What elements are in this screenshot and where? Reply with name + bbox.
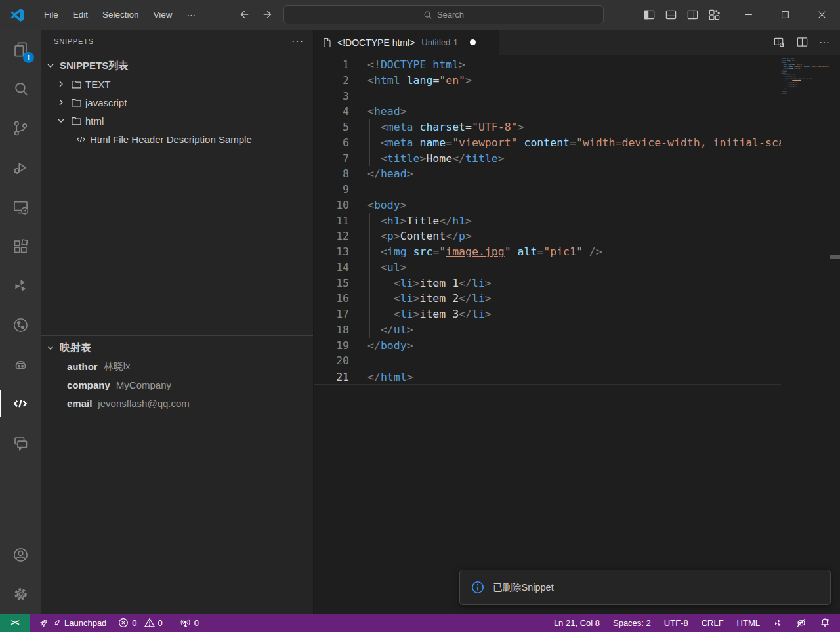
menu-view[interactable]: View <box>146 6 180 24</box>
tree-section-snippets-list[interactable]: SNIPPETS列表 <box>41 56 313 75</box>
notification-toast[interactable]: 已删除Snippet <box>459 570 831 605</box>
menu-more[interactable]: ··· <box>180 6 203 24</box>
broadcast-indicator[interactable]: 0 <box>175 618 203 629</box>
snippets-tree: SNIPPETS列表 TEXT javascript html Html Fil… <box>41 53 313 148</box>
sidebar-more-actions[interactable]: ··· <box>291 35 304 47</box>
notifications-bell-icon[interactable] <box>815 618 835 628</box>
code-line[interactable]: 20 <box>314 353 781 369</box>
code-line[interactable]: 11 <h1>Title</h1> <box>314 213 781 229</box>
remote-icon: >< <box>10 618 18 627</box>
extensions-icon[interactable] <box>0 226 41 266</box>
launchpad-button[interactable]: Launchpad <box>33 618 111 629</box>
pinwheel-status-icon[interactable] <box>768 618 788 628</box>
code-line[interactable]: 16 <li>item 2</li> <box>314 291 781 306</box>
mapping-row-author[interactable]: author 林晓lx <box>41 357 313 375</box>
encoding-indicator[interactable]: UTF-8 <box>660 618 693 628</box>
code-line[interactable]: 15 <li>item 1</li> <box>314 276 781 291</box>
code-line[interactable]: 21</html> <box>314 369 781 385</box>
minimap-line: </html> <box>781 93 829 95</box>
line-number: 13 <box>314 244 349 260</box>
toggle-secondary-sidebar-icon[interactable] <box>685 8 700 22</box>
ai-assistant-icon[interactable] <box>0 345 41 384</box>
search-view-icon[interactable] <box>0 69 41 108</box>
code-line[interactable]: 14 <ul> <box>314 260 781 276</box>
code-line[interactable]: 17 <li>item 3</li> <box>314 306 781 322</box>
menu-selection[interactable]: Selection <box>95 6 146 24</box>
code-line[interactable]: 1<!DOCTYPE html> <box>314 57 781 73</box>
copilot-disabled-icon[interactable] <box>791 618 811 628</box>
line-number: 12 <box>314 228 349 244</box>
toggle-sidebar-icon[interactable] <box>642 8 656 22</box>
more-actions-icon[interactable]: ··· <box>819 37 830 49</box>
tree-folder-html[interactable]: html <box>41 112 313 130</box>
line-number: 17 <box>314 306 349 322</box>
snippets-view-icon[interactable] <box>0 384 41 423</box>
search-input[interactable]: Search <box>284 5 604 24</box>
indentation-indicator[interactable]: Spaces: 2 <box>608 618 656 628</box>
code-line[interactable]: 13 <img src="image.jpg" alt="pic1" /> <box>314 244 781 260</box>
minimize-icon[interactable] <box>730 0 766 30</box>
menu-edit[interactable]: Edit <box>66 6 95 24</box>
code-line[interactable]: 3 <box>314 89 781 104</box>
language-mode[interactable]: HTML <box>732 618 765 628</box>
rocket-icon <box>38 618 49 629</box>
pinwheel-extension-icon[interactable] <box>0 266 41 305</box>
open-preview-icon[interactable] <box>773 36 786 49</box>
history-navigation <box>235 5 277 24</box>
code-line[interactable]: 9 <box>314 182 781 198</box>
mapping-row-company[interactable]: company MyCompany <box>41 375 313 394</box>
status-right: Ln 21, Col 8 Spaces: 2 UTF-8 CRLF HTML <box>549 618 840 628</box>
code-line[interactable]: 12 <p>Content</p> <box>314 228 781 244</box>
remote-indicator[interactable]: >< <box>0 614 30 632</box>
split-editor-icon[interactable] <box>796 36 808 49</box>
code-line[interactable]: 8</head> <box>314 166 781 182</box>
code-line[interactable]: 10<body> <box>314 198 781 213</box>
maximize-icon[interactable] <box>766 0 803 30</box>
tree-section-mapping-table[interactable]: 映射表 <box>41 339 313 357</box>
line-number: 9 <box>314 182 349 198</box>
toggle-panel-icon[interactable] <box>663 8 678 22</box>
error-icon <box>118 618 129 628</box>
line-number: 6 <box>314 135 349 151</box>
tree-folder-text[interactable]: TEXT <box>41 75 313 93</box>
code-line[interactable]: 7 <title>Home</title> <box>314 151 781 167</box>
tree-item-snippet[interactable]: Html File Header Description Sample <box>41 130 313 148</box>
eol-indicator[interactable]: CRLF <box>697 618 728 628</box>
code-line[interactable]: 19</body> <box>314 338 781 354</box>
tab-untitled-1[interactable]: <!DOCTYPE html> Untitled-1 <box>314 30 499 55</box>
code-editor[interactable]: 1<!DOCTYPE html>2<html lang="en">34<head… <box>314 55 840 614</box>
code-lines[interactable]: 1<!DOCTYPE html>2<html lang="en">34<head… <box>314 57 781 614</box>
line-number: 10 <box>314 198 349 213</box>
line-number: 16 <box>314 291 349 306</box>
remote-explorer-icon[interactable] <box>0 187 41 226</box>
run-debug-icon[interactable] <box>0 148 41 187</box>
tree-folder-javascript[interactable]: javascript <box>41 93 313 112</box>
close-icon[interactable] <box>803 0 840 30</box>
cursor-position[interactable]: Ln 21, Col 8 <box>549 618 604 628</box>
code-line[interactable]: 5 <meta charset="UTF-8"> <box>314 119 781 135</box>
explorer-icon[interactable]: 1 <box>0 30 41 69</box>
git-graph-icon[interactable] <box>0 305 41 345</box>
customize-layout-icon[interactable] <box>707 8 721 22</box>
overview-ruler[interactable] <box>829 55 840 614</box>
dirty-dot-icon[interactable] <box>470 39 476 45</box>
chevron-down-icon <box>45 60 56 72</box>
menu-file[interactable]: File <box>37 6 66 24</box>
back-arrow-icon[interactable] <box>235 5 253 24</box>
source-control-icon[interactable] <box>0 108 41 148</box>
forward-arrow-icon[interactable] <box>259 5 277 24</box>
mapping-row-email[interactable]: email jevonsflash@qq.com <box>41 394 313 412</box>
code-line[interactable]: 18 </ul> <box>314 322 781 338</box>
problems-indicator[interactable]: 0 0 <box>114 618 167 628</box>
account-icon[interactable] <box>0 535 41 574</box>
code-line[interactable]: 2<html lang="en"> <box>314 73 781 89</box>
status-bar: >< Launchpad 0 0 0 Ln 21, Col 8 Spaces: … <box>0 614 840 632</box>
code-line[interactable]: 6 <meta name="viewport" content="width=d… <box>314 135 781 151</box>
line-number: 2 <box>314 73 349 89</box>
comments-icon[interactable] <box>0 423 41 463</box>
minimap[interactable]: <!DOCTYPE html><html lang="en"><head> <m… <box>781 58 829 614</box>
sidebar-header: SNIPPETS ··· <box>41 30 313 53</box>
scrollbar-thumb[interactable] <box>830 255 840 259</box>
settings-gear-icon[interactable] <box>0 574 41 614</box>
code-line[interactable]: 4<head> <box>314 104 781 119</box>
